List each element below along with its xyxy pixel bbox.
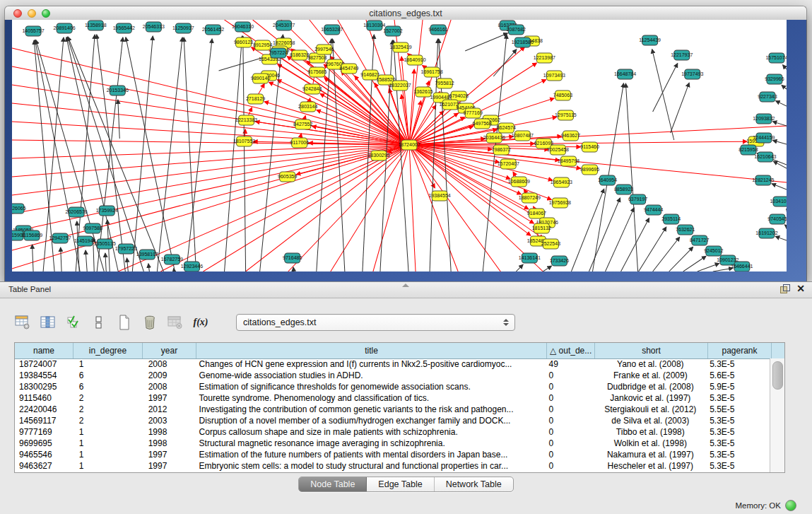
graph-node[interactable]: 6497568: [473, 119, 492, 129]
citation-edge-red[interactable]: [409, 145, 435, 188]
citation-edge-black[interactable]: [782, 85, 787, 89]
table-vertical-scrollbar[interactable]: [770, 358, 784, 472]
graph-node[interactable]: 8858923: [614, 185, 633, 194]
citation-edge-black[interactable]: [105, 253, 106, 271]
graph-node[interactable]: 8186328: [290, 50, 309, 60]
table-row[interactable]: 1938455462009Genome-wide association stu…: [15, 370, 770, 381]
citation-edge-black[interactable]: [33, 245, 33, 271]
graph-node[interactable]: 20453077: [273, 21, 295, 30]
graph-node[interactable]: 17359924: [96, 206, 118, 216]
graph-node[interactable]: 10341033: [770, 197, 787, 206]
table-selector-dropdown[interactable]: citations_edges.txt: [236, 314, 515, 331]
graph-node[interactable]: 18322037: [389, 81, 411, 90]
graph-node[interactable]: 11250937: [172, 23, 194, 33]
graph-node[interactable]: 9245012: [704, 246, 723, 256]
graph-node[interactable]: 12821245: [752, 175, 774, 185]
citation-edge-red[interactable]: [409, 145, 551, 199]
graph-node[interactable]: 20206576: [66, 207, 88, 217]
graph-node[interactable]: 7957224: [269, 48, 288, 58]
graph-node[interactable]: 12975115: [555, 110, 577, 120]
create-column-icon[interactable]: [116, 314, 133, 331]
graph-node[interactable]: 20364436: [483, 133, 505, 143]
graph-node[interactable]: 20153346: [107, 86, 129, 95]
graph-node[interactable]: 9466161: [428, 25, 447, 35]
graph-node[interactable]: 9605359: [278, 172, 297, 182]
citation-edge-black[interactable]: [86, 250, 87, 271]
column-header-title[interactable]: title: [196, 343, 547, 358]
table-row[interactable]: 911546021997Tourette syndrome. Phenomeno…: [15, 392, 770, 404]
table-row[interactable]: 977716911998Corpus callosum shape and si…: [15, 426, 770, 438]
graph-node[interactable]: 11254439: [639, 35, 661, 45]
graph-node[interactable]: 20546313: [143, 22, 165, 32]
graph-node[interactable]: 18130304: [363, 21, 385, 30]
graph-node[interactable]: 12093832: [753, 114, 775, 124]
citation-edge-red[interactable]: [12, 140, 409, 145]
row-height-icon[interactable]: [90, 314, 107, 331]
graph-node[interactable]: 19218586: [512, 37, 534, 47]
citation-edge-red[interactable]: [12, 145, 409, 232]
graph-node[interactable]: 16648784: [614, 69, 636, 79]
show-columns-icon[interactable]: [40, 314, 57, 331]
graph-node[interactable]: 2522543: [541, 239, 560, 249]
function-builder-icon[interactable]: f(x): [192, 314, 209, 331]
table-row[interactable]: 2242004622012Investigating the contribut…: [15, 404, 770, 415]
graph-node[interactable]: 16961758: [420, 67, 442, 77]
graph-node[interactable]: 10688609: [508, 177, 530, 187]
graph-node[interactable]: 16466441: [731, 262, 753, 271]
column-header-outde[interactable]: △ out_de...: [547, 343, 595, 358]
citation-edge-red[interactable]: [375, 83, 409, 145]
citation-edge-black[interactable]: [61, 247, 61, 271]
graph-node[interactable]: 2803144: [298, 102, 317, 112]
citation-edge-red[interactable]: [12, 145, 409, 195]
graph-node[interactable]: 10025458: [547, 145, 569, 155]
graph-node[interactable]: 11451944: [74, 236, 96, 246]
graph-node[interactable]: 18807249: [519, 193, 541, 203]
graph-node[interactable]: 18325419: [389, 42, 411, 52]
float-panel-icon[interactable]: [780, 284, 789, 293]
graph-node[interactable]: 1527002: [383, 26, 402, 36]
graph-node[interactable]: 9097588: [83, 223, 102, 233]
graph-node[interactable]: 12923446: [181, 262, 203, 271]
graph-node[interactable]: 20561452: [202, 25, 224, 35]
citation-edge-red[interactable]: [409, 145, 543, 239]
graph-node[interactable]: 19384554: [429, 191, 451, 201]
citation-edge-black[interactable]: [671, 83, 689, 133]
citation-edge-black[interactable]: [543, 266, 551, 271]
citation-edge-black[interactable]: [516, 264, 523, 271]
graph-node[interactable]: 12444159: [753, 133, 775, 143]
citation-edge-black[interactable]: [652, 49, 674, 140]
table-row[interactable]: 1830029562008Estimation of significance …: [15, 381, 770, 392]
graph-node[interactable]: 8471727: [690, 235, 709, 245]
graph-node[interactable]: 12213987: [534, 53, 555, 63]
citation-edge-black[interactable]: [772, 122, 787, 126]
graph-node[interactable]: 7986372: [492, 145, 511, 155]
citation-edge-black[interactable]: [669, 247, 693, 271]
graph-node[interactable]: 18724007: [398, 140, 420, 150]
citation-edge-black[interactable]: [333, 39, 345, 271]
column-header-short[interactable]: short: [595, 343, 708, 358]
graph-node[interactable]: 9777169: [464, 108, 483, 118]
table-row[interactable]: 1872400712008Changes of HCN gene express…: [15, 358, 770, 370]
graph-node[interactable]: 2935114: [661, 214, 681, 224]
column-header-pagerank[interactable]: pagerank: [708, 343, 772, 358]
graph-node[interactable]: 19565442: [113, 23, 135, 33]
citation-edge-red[interactable]: [331, 145, 409, 271]
graph-node[interactable]: 9227343: [758, 92, 777, 102]
graph-node[interactable]: 9463627: [561, 131, 580, 141]
graph-node[interactable]: 9740545: [767, 214, 787, 224]
citation-edge-black[interactable]: [639, 227, 666, 271]
graph-node[interactable]: 2087682: [507, 25, 526, 35]
graph-node[interactable]: 8215958: [739, 145, 758, 155]
table-mode-icon[interactable]: [14, 314, 31, 331]
table-row[interactable]: 969969511998Structural magnetic resonanc…: [15, 438, 770, 449]
graph-node[interactable]: 9115460: [580, 142, 599, 152]
citation-edge-black[interactable]: [776, 101, 787, 106]
graph-node[interactable]: 12942757: [49, 233, 71, 243]
graph-node[interactable]: 9474444: [644, 205, 663, 215]
citation-edge-black[interactable]: [713, 268, 733, 271]
citation-edge-black[interactable]: [225, 36, 242, 271]
column-header-name[interactable]: name: [15, 343, 73, 358]
graph-node[interactable]: 18640910: [404, 55, 425, 65]
graph-node[interactable]: 13958107: [136, 250, 158, 259]
tab-node-table[interactable]: Node Table: [299, 477, 367, 491]
